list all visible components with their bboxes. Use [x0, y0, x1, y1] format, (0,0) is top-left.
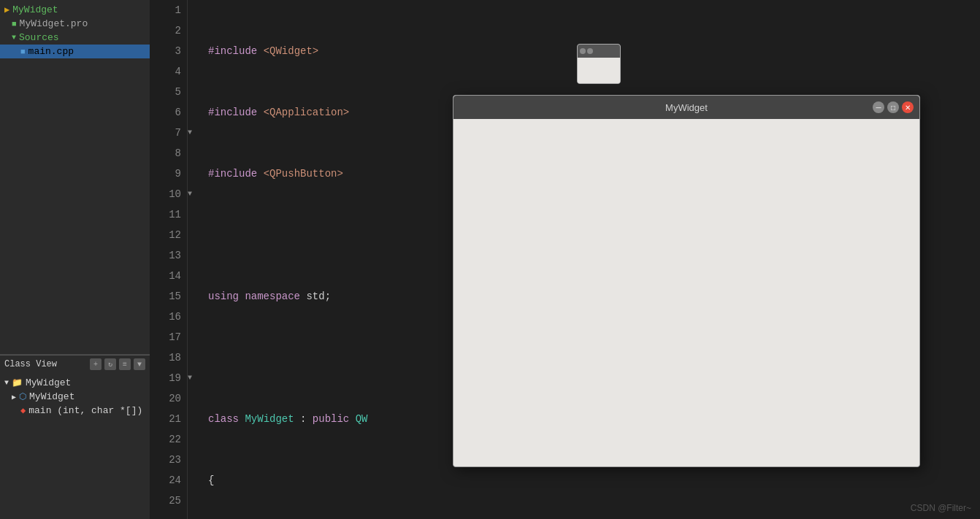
folder-icon: ▶: [4, 4, 9, 15]
tree-item-maincpp[interactable]: ■ main.cpp: [0, 45, 150, 58]
window-body: [453, 119, 919, 466]
cv-method-icon: ◆: [20, 405, 26, 416]
line-numbers: 1 2 3 4 5 6 7 8 9 10 11 12 13 14 15 16 1…: [150, 0, 188, 519]
cv-main-method[interactable]: ◆ main (int, char *[]): [0, 404, 150, 418]
cv-mywidget-root[interactable]: ▼ 📁 MyWidget: [0, 376, 150, 390]
add-icon[interactable]: +: [90, 358, 102, 370]
ln-20: 20: [156, 388, 181, 409]
cv-mywidget-class[interactable]: ▶ ⬡ MyWidget: [0, 390, 150, 404]
ln-14: 14: [156, 266, 181, 286]
class-view-title: Class View: [4, 359, 57, 369]
ln-22: 22: [156, 429, 181, 450]
close-button[interactable]: ✕: [902, 101, 914, 113]
window-titlebar: MyWidget ─ □ ✕: [453, 96, 919, 119]
pro-file-label: MyWidget.pro: [20, 18, 88, 29]
cv-mywidget-label: MyWidget: [26, 377, 71, 388]
ln-5: 5: [156, 82, 181, 102]
window-title: MyWidget: [665, 102, 708, 113]
class-view-header: Class View + ↻ ≡ ▼: [0, 355, 150, 373]
preview-titlebar: [578, 45, 620, 58]
cv-expand-icon: ▼: [4, 379, 9, 387]
ln-4: 4: [156, 61, 181, 82]
tree-item-sources[interactable]: ▼ Sources: [0, 31, 150, 45]
preview-small-window: [577, 44, 621, 84]
tree-root-label: MyWidget: [12, 4, 58, 15]
cv-folder-icon: 📁: [12, 377, 23, 388]
tree-item-pro[interactable]: ■ MyWidget.pro: [0, 17, 150, 31]
class-view-body: ▼ 📁 MyWidget ▶ ⬡ MyWidget ◆ main (int, c…: [0, 373, 150, 519]
preview-dot-1: [580, 48, 586, 54]
ln-3: 3: [156, 41, 181, 61]
ln-17: 17: [156, 327, 181, 347]
fold-arrows: ▼ ▼ ▼: [188, 0, 202, 519]
main-cpp-label: main.cpp: [28, 46, 74, 57]
ln-2: 2: [156, 20, 181, 41]
sources-label: Sources: [19, 32, 59, 43]
watermark: CSDN @Filter~: [911, 503, 971, 513]
ln-23: 23: [156, 450, 181, 470]
ln-1: 1: [156, 0, 181, 20]
mywidget-window[interactable]: MyWidget ─ □ ✕: [453, 95, 920, 467]
list-icon[interactable]: ≡: [119, 358, 131, 370]
app-container: ▶ MyWidget ■ MyWidget.pro ▼ Sources ■ ma…: [0, 0, 980, 519]
ln-18: 18: [156, 347, 181, 368]
ln-11: 11: [156, 204, 181, 225]
minimize-button[interactable]: ─: [873, 101, 884, 113]
cv-main-label: main (int, char *[]): [28, 405, 142, 416]
sync-icon[interactable]: ↻: [104, 358, 116, 370]
class-view-icons: + ↻ ≡ ▼: [90, 358, 145, 370]
ln-7: 7: [156, 123, 181, 143]
ln-9: 9: [156, 164, 181, 184]
ln-6: 6: [156, 102, 181, 123]
ln-19: 19: [156, 368, 181, 388]
ln-12: 12: [156, 225, 181, 245]
expand-icon: ▼: [12, 34, 16, 42]
file-icon: ■: [12, 20, 17, 28]
code-line-8: {: [208, 470, 974, 491]
file-tree: ▶ MyWidget ■ MyWidget.pro ▼ Sources ■ ma…: [0, 0, 150, 354]
maximize-button[interactable]: □: [887, 101, 899, 113]
cpp-file-icon: ■: [20, 47, 26, 56]
cv-class-icon: ⬡: [19, 391, 26, 402]
cv-class-expand-icon: ▶: [12, 393, 16, 401]
ln-13: 13: [156, 245, 181, 266]
ln-10: 10: [156, 184, 181, 204]
ln-15: 15: [156, 286, 181, 307]
tree-item-mywidget-root[interactable]: ▶ MyWidget: [0, 3, 150, 17]
ln-24: 24: [156, 470, 181, 491]
cv-class-label: MyWidget: [29, 391, 74, 402]
ln-8: 8: [156, 143, 181, 164]
preview-body: [578, 58, 620, 83]
ln-25: 25: [156, 491, 181, 511]
ln-16: 16: [156, 307, 181, 327]
ln-21: 21: [156, 409, 181, 429]
window-controls: ─ □ ✕: [873, 101, 914, 113]
left-panel: ▶ MyWidget ■ MyWidget.pro ▼ Sources ■ ma…: [0, 0, 150, 519]
code-editor-area: 1 2 3 4 5 6 7 8 9 10 11 12 13 14 15 16 1…: [150, 0, 980, 519]
preview-dot-2: [587, 48, 593, 54]
filter-icon[interactable]: ▼: [134, 358, 145, 370]
